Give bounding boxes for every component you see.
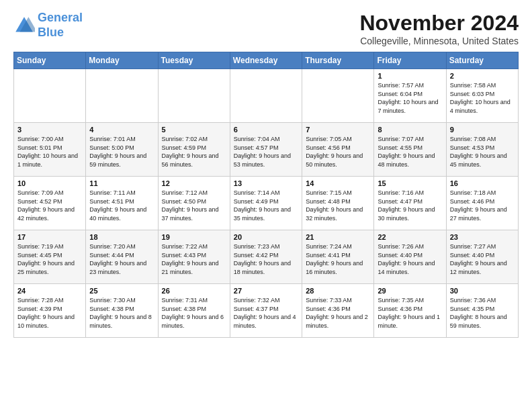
- calendar-day-23: 23Sunrise: 7:27 AM Sunset: 4:40 PM Dayli…: [446, 230, 518, 284]
- day-number: 17: [17, 233, 82, 241]
- day-info: Sunrise: 7:19 AM Sunset: 4:45 PM Dayligh…: [17, 242, 82, 276]
- day-info: Sunrise: 7:35 AM Sunset: 4:36 PM Dayligh…: [378, 296, 442, 330]
- calendar-day-24: 24Sunrise: 7:28 AM Sunset: 4:39 PM Dayli…: [14, 284, 86, 338]
- day-number: 4: [89, 126, 154, 134]
- calendar-day-30: 30Sunrise: 7:36 AM Sunset: 4:35 PM Dayli…: [446, 284, 518, 338]
- calendar-day-13: 13Sunrise: 7:14 AM Sunset: 4:49 PM Dayli…: [230, 177, 302, 230]
- day-info: Sunrise: 7:57 AM Sunset: 6:04 PM Dayligh…: [378, 81, 442, 115]
- day-number: 28: [306, 287, 370, 295]
- day-number: 16: [450, 179, 515, 187]
- day-info: Sunrise: 7:24 AM Sunset: 4:41 PM Dayligh…: [306, 242, 370, 276]
- calendar-day-12: 12Sunrise: 7:12 AM Sunset: 4:50 PM Dayli…: [158, 177, 230, 230]
- month-title: November 2024: [359, 11, 519, 36]
- day-info: Sunrise: 7:23 AM Sunset: 4:42 PM Dayligh…: [234, 242, 298, 276]
- day-number: 26: [162, 287, 226, 295]
- calendar-day-6: 6Sunrise: 7:04 AM Sunset: 4:57 PM Daylig…: [230, 123, 302, 177]
- day-number: 7: [306, 126, 370, 134]
- day-number: 18: [89, 233, 154, 241]
- day-number: 24: [17, 287, 82, 295]
- day-number: 21: [306, 233, 370, 241]
- day-info: Sunrise: 7:12 AM Sunset: 4:50 PM Dayligh…: [162, 189, 226, 222]
- day-info: Sunrise: 7:33 AM Sunset: 4:36 PM Dayligh…: [306, 296, 370, 330]
- day-number: 29: [378, 287, 442, 295]
- day-info: Sunrise: 7:36 AM Sunset: 4:35 PM Dayligh…: [450, 296, 515, 330]
- logo-line1: General: [38, 11, 83, 24]
- calendar-day-10: 10Sunrise: 7:09 AM Sunset: 4:52 PM Dayli…: [14, 177, 86, 230]
- calendar-day-20: 20Sunrise: 7:23 AM Sunset: 4:42 PM Dayli…: [230, 230, 302, 284]
- logo: General Blue: [13, 11, 83, 40]
- day-of-week-wednesday: Wednesday: [230, 52, 302, 69]
- day-number: 27: [234, 287, 298, 295]
- day-number: 8: [378, 126, 442, 134]
- page-header: General Blue November 2024 Collegeville,…: [13, 11, 519, 46]
- calendar-week-2: 3Sunrise: 7:00 AM Sunset: 5:01 PM Daylig…: [14, 123, 519, 177]
- calendar-day-7: 7Sunrise: 7:05 AM Sunset: 4:56 PM Daylig…: [302, 123, 374, 177]
- day-number: 3: [17, 126, 82, 134]
- day-info: Sunrise: 7:20 AM Sunset: 4:44 PM Dayligh…: [89, 242, 154, 276]
- day-info: Sunrise: 7:22 AM Sunset: 4:43 PM Dayligh…: [162, 242, 226, 276]
- day-of-week-sunday: Sunday: [14, 52, 86, 69]
- day-info: Sunrise: 7:09 AM Sunset: 4:52 PM Dayligh…: [17, 189, 82, 222]
- calendar-day-2: 2Sunrise: 7:58 AM Sunset: 6:03 PM Daylig…: [446, 69, 518, 123]
- day-number: 15: [378, 179, 442, 187]
- calendar-day-18: 18Sunrise: 7:20 AM Sunset: 4:44 PM Dayli…: [86, 230, 158, 284]
- day-info: Sunrise: 7:04 AM Sunset: 4:57 PM Dayligh…: [234, 135, 298, 169]
- calendar-day-21: 21Sunrise: 7:24 AM Sunset: 4:41 PM Dayli…: [302, 230, 374, 284]
- day-info: Sunrise: 7:30 AM Sunset: 4:38 PM Dayligh…: [89, 296, 154, 330]
- day-info: Sunrise: 7:00 AM Sunset: 5:01 PM Dayligh…: [17, 135, 82, 169]
- day-of-week-tuesday: Tuesday: [158, 52, 230, 69]
- day-number: 9: [450, 126, 515, 134]
- logo-icon: [13, 15, 35, 36]
- day-info: Sunrise: 7:07 AM Sunset: 4:55 PM Dayligh…: [378, 135, 442, 169]
- logo-line2: Blue: [38, 26, 64, 39]
- calendar-empty-cell: [86, 69, 158, 123]
- location: Collegeville, Minnesota, United States: [359, 36, 519, 46]
- day-number: 12: [162, 179, 226, 187]
- day-info: Sunrise: 7:02 AM Sunset: 4:59 PM Dayligh…: [162, 135, 226, 169]
- calendar-empty-cell: [302, 69, 374, 123]
- calendar-empty-cell: [14, 69, 86, 123]
- calendar-week-1: 1Sunrise: 7:57 AM Sunset: 6:04 PM Daylig…: [14, 69, 519, 123]
- calendar-day-5: 5Sunrise: 7:02 AM Sunset: 4:59 PM Daylig…: [158, 123, 230, 177]
- calendar-day-19: 19Sunrise: 7:22 AM Sunset: 4:43 PM Dayli…: [158, 230, 230, 284]
- day-info: Sunrise: 7:08 AM Sunset: 4:53 PM Dayligh…: [450, 135, 515, 169]
- day-number: 22: [378, 233, 442, 241]
- calendar-day-17: 17Sunrise: 7:19 AM Sunset: 4:45 PM Dayli…: [14, 230, 86, 284]
- calendar-day-25: 25Sunrise: 7:30 AM Sunset: 4:38 PM Dayli…: [86, 284, 158, 338]
- day-number: 19: [162, 233, 226, 241]
- day-number: 5: [162, 126, 226, 134]
- calendar-day-9: 9Sunrise: 7:08 AM Sunset: 4:53 PM Daylig…: [446, 123, 518, 177]
- day-info: Sunrise: 7:28 AM Sunset: 4:39 PM Dayligh…: [17, 296, 82, 330]
- calendar-empty-cell: [230, 69, 302, 123]
- day-info: Sunrise: 7:26 AM Sunset: 4:40 PM Dayligh…: [378, 242, 442, 276]
- day-info: Sunrise: 7:01 AM Sunset: 5:00 PM Dayligh…: [89, 135, 154, 169]
- calendar-day-14: 14Sunrise: 7:15 AM Sunset: 4:48 PM Dayli…: [302, 177, 374, 230]
- day-number: 2: [450, 72, 515, 80]
- day-of-week-saturday: Saturday: [446, 52, 518, 69]
- calendar-day-26: 26Sunrise: 7:31 AM Sunset: 4:38 PM Dayli…: [158, 284, 230, 338]
- day-number: 30: [450, 287, 515, 295]
- day-info: Sunrise: 7:58 AM Sunset: 6:03 PM Dayligh…: [450, 81, 515, 115]
- calendar-day-16: 16Sunrise: 7:18 AM Sunset: 4:46 PM Dayli…: [446, 177, 518, 230]
- day-info: Sunrise: 7:05 AM Sunset: 4:56 PM Dayligh…: [306, 135, 370, 169]
- calendar-week-4: 17Sunrise: 7:19 AM Sunset: 4:45 PM Dayli…: [14, 230, 519, 284]
- calendar-week-5: 24Sunrise: 7:28 AM Sunset: 4:39 PM Dayli…: [14, 284, 519, 338]
- calendar-day-29: 29Sunrise: 7:35 AM Sunset: 4:36 PM Dayli…: [374, 284, 446, 338]
- day-of-week-monday: Monday: [86, 52, 158, 69]
- day-info: Sunrise: 7:32 AM Sunset: 4:37 PM Dayligh…: [234, 296, 298, 330]
- day-info: Sunrise: 7:27 AM Sunset: 4:40 PM Dayligh…: [450, 242, 515, 276]
- day-number: 20: [234, 233, 298, 241]
- day-number: 13: [234, 179, 298, 187]
- day-of-week-thursday: Thursday: [302, 52, 374, 69]
- calendar-table: SundayMondayTuesdayWednesdayThursdayFrid…: [13, 52, 519, 338]
- day-info: Sunrise: 7:16 AM Sunset: 4:47 PM Dayligh…: [378, 189, 442, 222]
- day-of-week-friday: Friday: [374, 52, 446, 69]
- day-info: Sunrise: 7:14 AM Sunset: 4:49 PM Dayligh…: [234, 189, 298, 222]
- day-number: 10: [17, 179, 82, 187]
- calendar-day-15: 15Sunrise: 7:16 AM Sunset: 4:47 PM Dayli…: [374, 177, 446, 230]
- day-info: Sunrise: 7:11 AM Sunset: 4:51 PM Dayligh…: [89, 189, 154, 222]
- day-number: 6: [234, 126, 298, 134]
- calendar-day-22: 22Sunrise: 7:26 AM Sunset: 4:40 PM Dayli…: [374, 230, 446, 284]
- day-info: Sunrise: 7:31 AM Sunset: 4:38 PM Dayligh…: [162, 296, 226, 330]
- day-info: Sunrise: 7:18 AM Sunset: 4:46 PM Dayligh…: [450, 189, 515, 222]
